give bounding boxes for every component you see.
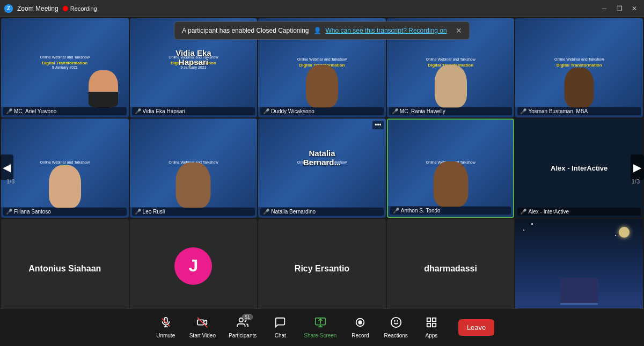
- nav-right-arrow[interactable]: ▶: [631, 154, 644, 180]
- titlebar-left: Z Zoom Meeting Recording: [4, 4, 97, 13]
- chat-label: Chat: [275, 333, 286, 338]
- titlebar: Z Zoom Meeting Recording ─ ❐ ✕: [0, 0, 644, 17]
- unmute-label: Unmute: [156, 333, 175, 338]
- apps-icon: [426, 316, 437, 331]
- mic-icon-alex: 🎤: [520, 209, 526, 215]
- reactions-label: Reactions: [384, 333, 407, 338]
- participant-name-leo: Leo Rusli: [143, 209, 165, 215]
- start-video-button[interactable]: Start Video: [184, 314, 221, 341]
- participant-name-rania: MC_Rania Hawelly: [400, 108, 445, 114]
- maximize-button[interactable]: ❐: [614, 3, 625, 14]
- leave-button[interactable]: Leave: [458, 319, 494, 336]
- recording-badge: Recording: [63, 5, 97, 12]
- video-cell-anthon-tondo: Online Webinar and Talkshow 🎤 Anthon S. …: [387, 119, 515, 218]
- participants-badge: 51: [242, 314, 253, 320]
- record-label: Record: [352, 333, 369, 338]
- titlebar-title: Zoom Meeting: [17, 5, 58, 12]
- video-cell-yosman: Online Webinar and Talkshow Digital Tran…: [515, 18, 643, 117]
- svg-rect-18: [427, 323, 430, 327]
- mic-icon-duddy: 🎤: [263, 108, 269, 114]
- participants-button[interactable]: 51 Participants: [223, 314, 262, 341]
- notification-icon: 👤: [313, 27, 321, 34]
- notification-banner: A participant has enabled Closed Caption…: [174, 21, 470, 40]
- apps-button[interactable]: Apps: [415, 314, 448, 341]
- mic-icon-leo: 🎤: [135, 209, 141, 215]
- video-off-icon: [196, 316, 208, 331]
- video-cell-alex: Alex - InterActive 🎤 Alex - InterActive: [515, 119, 643, 218]
- svg-point-12: [359, 321, 362, 324]
- share-screen-label: Share Screen: [304, 333, 336, 338]
- participant-name-large-antonius: Antonius Siahaan: [24, 264, 105, 274]
- cell-label-anthon: 🎤 Anthon S. Tondo: [390, 207, 511, 215]
- mic-slash-icon: [160, 316, 172, 331]
- svg-rect-16: [427, 318, 430, 321]
- minimize-button[interactable]: ─: [599, 3, 610, 14]
- participant-name-alex: Alex - InterActive: [528, 209, 569, 215]
- video-cell-antonius: Antonius Siahaan 🎤 Antonius Siahaan: [1, 219, 129, 318]
- participant-name-duddy: Duddy Wicaksono: [271, 108, 314, 114]
- mic-icon-filiana: 🎤: [6, 209, 12, 215]
- video-cell-ricy: Ricy Ersantio 🎤 Ricy Ersantio: [258, 219, 386, 318]
- close-button[interactable]: ✕: [629, 3, 640, 14]
- participant-name-yosman: Yosman Bustaman, MBA: [528, 108, 588, 114]
- participant-name-large-dharmadassi: dharmadassi: [420, 264, 481, 274]
- cell-label-leo: 🎤 Leo Rusli: [132, 208, 255, 216]
- svg-point-13: [391, 318, 400, 327]
- cell-label-ariel: 🎤 MC_Ariel Yuwono: [3, 107, 127, 115]
- cell-label-alex: 🎤 Alex - InterActive: [517, 208, 641, 216]
- more-button-natalia[interactable]: •••: [372, 121, 384, 129]
- participant-name-large-ricy: Ricy Ersantio: [290, 264, 354, 274]
- share-screen-icon: [314, 316, 326, 331]
- svg-rect-17: [433, 318, 436, 321]
- video-cell-anabel: J 🎤 Anabel_Operator: [130, 219, 258, 318]
- record-icon: [354, 316, 366, 331]
- notification-close[interactable]: ✕: [456, 26, 462, 35]
- cell-label-duddy: 🎤 Duddy Wicaksono: [260, 107, 384, 115]
- notification-link[interactable]: Who can see this transcript? Recording o…: [326, 27, 447, 34]
- reactions-button[interactable]: Reactions: [378, 314, 413, 341]
- video-grid: Online Webinar and Talkshow Digital Tran…: [0, 17, 644, 308]
- page-indicator-right: 1/3: [632, 178, 640, 185]
- mic-muted-icon: 🎤: [6, 108, 12, 114]
- chat-icon: [274, 316, 286, 331]
- participant-name-filiana: Filiana Santoso: [14, 209, 51, 215]
- video-cell-leo: Online Webinar and Talkshow 🎤 Leo Rusli: [130, 119, 258, 218]
- mic-icon-yosman: 🎤: [520, 108, 526, 114]
- recording-label: Recording: [70, 5, 97, 12]
- svg-rect-19: [433, 323, 436, 327]
- cell-label-vidia: 🎤 Vidia Eka Hapsari: [132, 107, 255, 115]
- participant-name-anthon: Anthon S. Tondo: [401, 208, 441, 214]
- recording-dot: [63, 6, 68, 11]
- mic-icon-anthon: 🎤: [393, 208, 399, 214]
- participant-name-vidia: Vidia Eka Hapsari: [143, 108, 185, 114]
- start-video-label: Start Video: [189, 333, 216, 338]
- apps-label: Apps: [425, 333, 437, 338]
- mic-icon-vidia: 🎤: [135, 108, 141, 114]
- video-cell-ariel-yuwono: Online Webinar and Talkshow Digital Tran…: [1, 18, 129, 117]
- participant-name-natalia: Natalia Bernardino: [271, 209, 316, 215]
- video-cell-natalia: Online Webinar and Talkshow ••• Natalia …: [258, 119, 386, 218]
- reactions-icon: [390, 316, 402, 331]
- avatar-anabel: J: [174, 247, 212, 285]
- video-cell-matthew: 🎤 Matthew Ryan: [515, 219, 643, 318]
- participant-name-ariel: MC_Ariel Yuwono: [14, 108, 56, 114]
- svg-line-5: [197, 318, 207, 327]
- participants-icon: 51: [237, 316, 248, 331]
- notification-text: A participant has enabled Closed Caption…: [182, 27, 309, 34]
- toolbar: Unmute Start Video 51 Participants: [0, 308, 644, 346]
- mic-icon-rania: 🎤: [392, 108, 398, 114]
- record-button[interactable]: Record: [344, 314, 376, 341]
- cell-label-yosman: 🎤 Yosman Bustaman, MBA: [517, 107, 641, 115]
- share-screen-button[interactable]: Share Screen: [298, 314, 342, 341]
- chat-button[interactable]: Chat: [264, 314, 296, 341]
- mic-icon-natalia: 🎤: [263, 209, 269, 215]
- cell-label-natalia: 🎤 Natalia Bernardino: [260, 208, 384, 216]
- video-cell-filiana: Online Webinar and Talkshow 🎤 Filiana Sa…: [1, 119, 129, 218]
- unmute-button[interactable]: Unmute: [150, 314, 182, 341]
- nav-left-arrow[interactable]: ◀: [0, 154, 13, 180]
- cell-label-filiana: 🎤 Filiana Santoso: [3, 208, 127, 216]
- participants-label: Participants: [229, 333, 257, 338]
- titlebar-controls[interactable]: ─ ❐ ✕: [599, 3, 640, 14]
- page-indicator-left: 1/3: [6, 178, 14, 185]
- zoom-icon: Z: [4, 4, 13, 13]
